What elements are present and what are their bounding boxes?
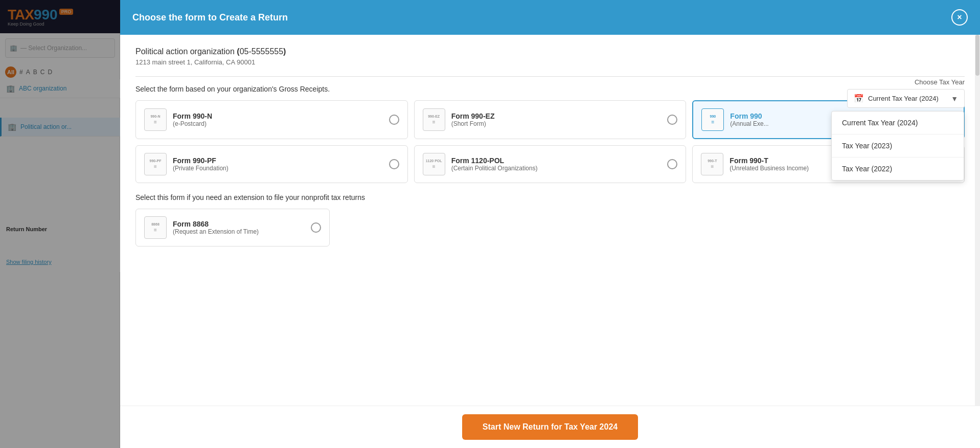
tax-year-dropdown-menu: Current Tax Year (2024) Tax Year (2023) … [831, 111, 964, 181]
form-icon-990t: 990-T ≡ [701, 153, 723, 175]
form-card-1120pol[interactable]: 1120 POL ≡ Form 1120-POL (Certain Politi… [414, 145, 687, 183]
form-card-left-990pf: 990-PF ≡ Form 990-PF (Private Foundation… [144, 153, 229, 175]
modal-create-return: Choose the form to Create a Return × Pol… [120, 0, 980, 448]
form-icon-1120pol: 1120 POL ≡ [423, 153, 445, 175]
scrollbar-thumb[interactable] [975, 35, 979, 76]
modal-footer: Start New Return for Tax Year 2024 [120, 406, 980, 448]
extension-section-label: Select this form if you need an extensio… [135, 193, 965, 201]
form-desc-990pf: (Private Foundation) [173, 165, 229, 172]
form-icon-990n: 990-N ≡ [144, 108, 167, 131]
radio-8868[interactable] [311, 222, 321, 233]
dropdown-arrow-icon: ▼ [951, 95, 958, 103]
form-card-990ez[interactable]: 990-EZ ≡ Form 990-EZ (Short Form) [414, 100, 687, 139]
form-desc-1120pol: (Certain Political Organizations) [451, 165, 538, 172]
form-desc-990: (Annual Exe... [730, 120, 768, 127]
form-desc-990t: (Unrelated Business Income) [730, 165, 809, 172]
dropdown-option-2024[interactable]: Current Tax Year (2024) [832, 111, 964, 135]
form-icon-8868: 8868 ≡ [144, 216, 167, 239]
dropdown-option-2023[interactable]: Tax Year (2023) [832, 135, 964, 158]
form-card-left-990t: 990-T ≡ Form 990-T (Unrelated Business I… [701, 153, 809, 175]
form-info-990ez: Form 990-EZ (Short Form) [451, 112, 495, 127]
org-name-text: Political action organization [135, 47, 235, 56]
form-name-990pf: Form 990-PF [173, 156, 229, 165]
form-name-8868: Form 8868 [173, 220, 259, 228]
form-info-990t: Form 990-T (Unrelated Business Income) [730, 156, 809, 172]
tax-year-selected-value: Current Tax Year (2024) [868, 95, 947, 102]
tax-year-label: Choose Tax Year [915, 78, 965, 86]
form-icon-990ez: 990-EZ ≡ [423, 108, 445, 131]
modal-title: Choose the form to Create a Return [132, 12, 288, 23]
form-desc-8868: (Request an Extension of Time) [173, 228, 259, 235]
dropdown-option-2022[interactable]: Tax Year (2022) [832, 158, 964, 180]
form-card-left-1120pol: 1120 POL ≡ Form 1120-POL (Certain Politi… [423, 153, 538, 175]
form-info-990n: Form 990-N (e-Postcard) [173, 112, 212, 127]
radio-990n[interactable] [389, 115, 399, 125]
form-info-8868: Form 8868 (Request an Extension of Time) [173, 220, 259, 235]
start-return-button[interactable]: Start New Return for Tax Year 2024 [462, 414, 638, 440]
form-info-990: Form 990 (Annual Exe... [730, 112, 768, 127]
radio-1120pol[interactable] [667, 159, 677, 169]
scrollbar-track[interactable] [975, 35, 980, 406]
form-info-1120pol: Form 1120-POL (Certain Political Organiz… [451, 156, 538, 172]
form-card-left-990ez: 990-EZ ≡ Form 990-EZ (Short Form) [423, 108, 495, 131]
radio-990ez[interactable] [667, 115, 677, 125]
form-name-990n: Form 990-N [173, 112, 212, 120]
form-name-990ez: Form 990-EZ [451, 112, 495, 120]
modal-close-button[interactable]: × [951, 9, 968, 26]
modal-body: Political action organization (05-555555… [120, 35, 980, 406]
form-card-left-990: 990 ≡ Form 990 (Annual Exe... [701, 108, 768, 131]
form-name-990t: Form 990-T [730, 156, 809, 165]
calendar-icon: 📅 [854, 94, 864, 103]
extension-section: Select this form if you need an extensio… [135, 193, 965, 247]
tax-year-section: Choose Tax Year 📅 Current Tax Year (2024… [847, 78, 965, 108]
org-address: 1213 main street 1, California, CA 90001 [135, 58, 965, 66]
radio-990pf[interactable] [389, 159, 399, 169]
org-ein: 05-5555555 [240, 47, 283, 56]
tax-year-dropdown[interactable]: 📅 Current Tax Year (2024) ▼ Current Tax … [847, 89, 965, 108]
form-card-left-8868: 8868 ≡ Form 8868 (Request an Extension o… [144, 216, 259, 239]
modal-header: Choose the form to Create a Return × [120, 0, 980, 35]
form-desc-990n: (e-Postcard) [173, 120, 212, 127]
form-name-990: Form 990 [730, 112, 768, 120]
form-card-left-990n: 990-N ≡ Form 990-N (e-Postcard) [144, 108, 212, 131]
form-card-990pf[interactable]: 990-PF ≡ Form 990-PF (Private Foundation… [135, 145, 408, 183]
form-name-1120pol: Form 1120-POL [451, 156, 538, 165]
section-divider [135, 76, 965, 77]
form-icon-990pf: 990-PF ≡ [144, 153, 167, 175]
form-card-990n[interactable]: 990-N ≡ Form 990-N (e-Postcard) [135, 100, 408, 139]
form-desc-990ez: (Short Form) [451, 120, 495, 127]
forms-section-label: Select the form based on your organizati… [135, 85, 965, 93]
form-icon-990: 990 ≡ [701, 108, 724, 131]
form-info-990pf: Form 990-PF (Private Foundation) [173, 156, 229, 172]
org-info: Political action organization (05-555555… [135, 47, 965, 66]
form-card-8868[interactable]: 8868 ≡ Form 8868 (Request an Extension o… [135, 209, 330, 247]
org-name: Political action organization (05-555555… [135, 47, 965, 56]
